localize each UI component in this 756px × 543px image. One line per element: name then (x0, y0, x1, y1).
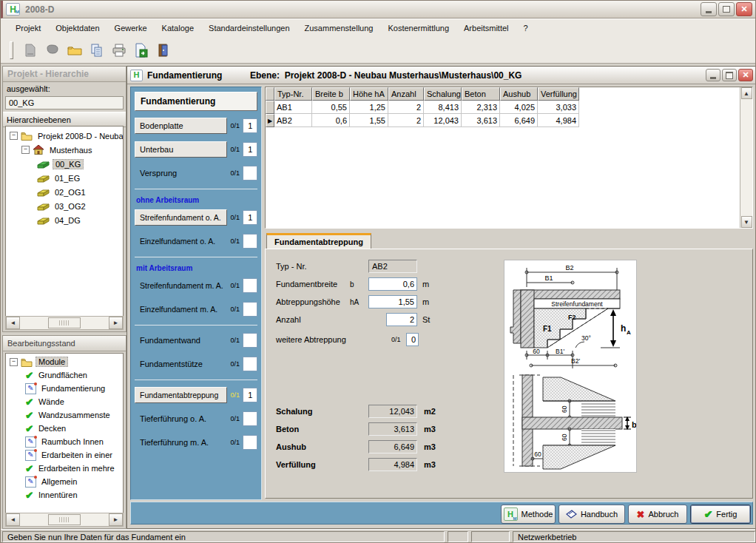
menu-standardeinstellungen[interactable]: Standardeinstellungen (201, 21, 297, 35)
anzahl-input[interactable]: 2 (386, 313, 417, 326)
module-wandzusammenstellung[interactable]: ✔Wandzusammenste (6, 408, 123, 422)
col-aushub[interactable]: Aushub (500, 87, 538, 101)
tree-item-module[interactable]: Module (6, 355, 123, 368)
menu-help[interactable]: ? (516, 21, 536, 35)
methode-button[interactable]: HM Methode (501, 505, 556, 524)
col-hoehe-ha[interactable]: Höhe hA (350, 87, 388, 101)
count-field-fundamentabtreppung[interactable]: 1 (243, 388, 257, 402)
module-decken[interactable]: ✔Decken (6, 422, 123, 435)
sidebar-item-streifenfundament-ma[interactable]: Streifenfundament m. A. (135, 281, 227, 290)
collapse-icon[interactable] (10, 358, 18, 366)
tree-item-02-og1[interactable]: 02_OG1 (6, 185, 123, 199)
tree-item-01-eg[interactable]: 01_EG (6, 171, 123, 185)
tree-item-projekt[interactable]: Projekt 2008-D - Neubau (6, 129, 123, 143)
col-breite-b[interactable]: Breite b (312, 87, 350, 101)
scroll-right-icon[interactable]: ► (109, 317, 123, 329)
sidebar-item-fundamentstuetze[interactable]: Fundamentstütze (135, 360, 227, 368)
col-schalung[interactable]: Schalung (424, 87, 462, 101)
count-field-streifenfundament-oa[interactable]: 1 (243, 210, 257, 225)
close-button[interactable]: ✕ (736, 2, 752, 16)
scroll-right-icon[interactable]: ► (109, 513, 123, 526)
tree-item-03-og2[interactable]: 03_OG2 (6, 199, 123, 213)
menu-kataloge[interactable]: Kataloge (155, 21, 201, 35)
count-field-versprung[interactable] (243, 166, 257, 181)
module-fundamentierung[interactable]: ✎Fundamentierung (6, 382, 123, 395)
abtreppungshoehe-input[interactable]: 1,55 (368, 295, 417, 308)
count-field-streifenfundament-ma[interactable] (243, 278, 257, 293)
module-grundflaechen[interactable]: ✔Grundflächen (6, 368, 123, 382)
module-raumbuch-innen[interactable]: ✎Raumbuch Innen (6, 435, 123, 448)
tree-item-04-dg[interactable]: 04_DG (6, 213, 123, 227)
scrollbar-thumb[interactable] (48, 514, 81, 525)
sidebar-item-einzelfundament-ma[interactable]: Einzelfundament m. A. (135, 305, 227, 314)
sidebar-item-einzelfundament-oa[interactable]: Einzelfundament o. A. (135, 237, 227, 246)
tree-item-musterhaus[interactable]: Musterhaus (6, 143, 123, 157)
weitere-abtreppung-input[interactable]: 0 (406, 333, 419, 346)
module-maximize-button[interactable] (722, 69, 737, 81)
module-close-button[interactable]: ✕ (738, 69, 753, 81)
col-beton[interactable]: Beton (462, 87, 500, 101)
tab-fundamentabtreppung[interactable]: Fundamentabtreppung (266, 233, 371, 249)
new-document-icon[interactable] (22, 42, 38, 58)
menu-objektdaten[interactable]: Objektdaten (48, 21, 107, 35)
scroll-down-icon[interactable]: ▼ (741, 216, 752, 228)
module-innentueren[interactable]: ✔Innentüren (6, 488, 123, 502)
sidebar-item-tieferfuehrung-ma[interactable]: Tieferführung m. A. (135, 438, 227, 447)
sidebar-item-tieferfuehrung-oa[interactable]: Tieferführung o. A. (135, 414, 227, 423)
table-vscrollbar[interactable]: ▲ ▼ (740, 87, 752, 228)
fertig-button[interactable]: ✔ Fertig (690, 505, 751, 524)
print-icon[interactable] (111, 42, 127, 58)
scroll-up-icon[interactable]: ▲ (741, 87, 752, 99)
project-icon[interactable] (44, 42, 61, 58)
scroll-left-icon[interactable]: ◄ (6, 317, 20, 329)
count-field-einzelfundament-ma[interactable] (243, 302, 257, 317)
menu-kostenermittlung[interactable]: Kostenermittlung (380, 21, 456, 35)
module-erdarbeiten-mehre[interactable]: ✔Erdarbeiten in mehre (6, 462, 123, 475)
copy-icon[interactable] (89, 42, 105, 58)
abbruch-button[interactable]: ✖ Abbruch (628, 505, 687, 524)
sidebar-item-fundamentabtreppung[interactable]: Fundamentabtreppung (135, 387, 227, 403)
sidebar-item-bodenplatte[interactable]: Bodenplatte (135, 118, 227, 134)
hierarchy-levels-header[interactable]: Hierarchieebenen (3, 112, 126, 127)
count-field-fundamentstuetze[interactable] (243, 357, 257, 371)
current-row-indicator-icon[interactable]: ▶ (266, 114, 274, 127)
sidebar-item-unterbau[interactable]: Unterbau (135, 141, 227, 158)
module-allgemein[interactable]: ✎Allgemein (6, 475, 123, 488)
table-row-ab2-current[interactable]: ▶ AB2 0,6 1,55 2 12,043 3,613 6,649 4,98… (266, 114, 740, 127)
progress-hscrollbar[interactable]: ◄ ► (5, 513, 124, 527)
exit-door-icon[interactable] (155, 42, 172, 58)
export-icon[interactable] (133, 42, 149, 58)
count-field-bodenplatte[interactable]: 1 (243, 118, 257, 133)
count-field-unterbau[interactable]: 1 (243, 142, 257, 157)
count-field-fundamentwand[interactable] (243, 333, 257, 348)
col-verfuellung[interactable]: Verfüllung (538, 87, 579, 101)
menu-zusammenstellung[interactable]: Zusammenstellung (297, 21, 381, 35)
tree-item-00-kg[interactable]: 00_KG (6, 157, 123, 171)
col-anzahl[interactable]: Anzahl (388, 87, 424, 101)
open-folder-icon[interactable] (67, 42, 83, 58)
module-waende[interactable]: ✔Wände (6, 395, 123, 408)
collapse-icon[interactable] (21, 146, 30, 154)
row-selector[interactable] (266, 101, 274, 114)
count-field-einzelfundament-oa[interactable] (243, 234, 257, 249)
minimize-button[interactable] (701, 2, 717, 16)
menu-gewerke[interactable]: Gewerke (107, 21, 155, 35)
sidebar-item-versprung[interactable]: Versprung (135, 169, 227, 178)
count-field-tieferfuehrung-ma[interactable] (243, 435, 257, 450)
table-row-ab1[interactable]: AB1 0,55 1,25 2 8,413 2,313 4,025 3,033 (266, 101, 740, 114)
restore-button[interactable] (718, 2, 735, 16)
col-typ-nr[interactable]: Typ-Nr. (274, 87, 312, 101)
menu-projekt[interactable]: Projekt (8, 21, 48, 35)
sidebar-item-fundamentwand[interactable]: Fundamentwand (135, 336, 227, 345)
collapse-icon[interactable] (10, 132, 18, 140)
scroll-left-icon[interactable]: ◄ (6, 513, 20, 526)
count-field-tieferfuehrung-oa[interactable] (243, 411, 257, 426)
module-erdarbeiten-einer[interactable]: ✎Erdarbeiten in einer (6, 448, 123, 462)
module-minimize-button[interactable] (706, 69, 720, 81)
menu-arbeitsmittel[interactable]: Arbeitsmittel (456, 21, 516, 35)
hierarchy-hscrollbar[interactable]: ◄ ► (5, 316, 124, 330)
scrollbar-thumb[interactable] (48, 317, 81, 328)
fundamentbreite-input[interactable]: 0,6 (368, 277, 417, 291)
sidebar-item-streifenfundament-oa[interactable]: Streifenfundament o. A. (135, 209, 227, 226)
handbuch-button[interactable]: Handbuch (558, 505, 625, 524)
